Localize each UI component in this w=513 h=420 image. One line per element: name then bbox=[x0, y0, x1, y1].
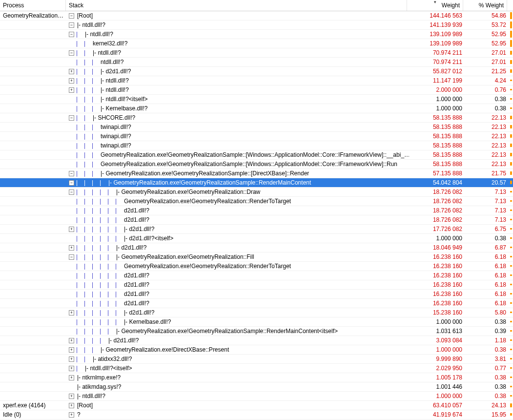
collapse-icon[interactable]: − bbox=[69, 115, 74, 121]
collapse-icon[interactable]: − bbox=[69, 50, 74, 56]
tree-row[interactable]: Idle (0)+?41.919 67415.95 bbox=[0, 410, 513, 420]
indent-guides: ||| bbox=[76, 141, 100, 150]
tree-row[interactable]: +||- ntdll.dll!?<itself>2.029 9500.77 bbox=[0, 364, 513, 373]
pweight-cell: 7.13 bbox=[465, 197, 509, 206]
tree-row[interactable]: xperf.exe (4164)+[Root]63.410 05724.13 bbox=[0, 401, 513, 410]
expand-icon[interactable]: + bbox=[69, 347, 74, 353]
tree-row[interactable]: ||||||d2d1.dll!?16.238 1606.18 bbox=[0, 271, 513, 280]
tree-row[interactable]: |||ntdll.dll!?70.974 21127.01 bbox=[0, 58, 513, 67]
process-cell bbox=[0, 225, 66, 233]
expand-icon[interactable]: + bbox=[69, 412, 74, 418]
collapse-icon[interactable]: − bbox=[69, 171, 74, 176]
tree-row[interactable]: −|||- SHCORE.dll!?58.135 88822.13 bbox=[0, 113, 513, 123]
tree-row[interactable]: −|||||- GeometryRealization.exe!Geometry… bbox=[0, 178, 513, 188]
column-header-pweight[interactable]: % Weight bbox=[463, 0, 507, 11]
tree-row[interactable]: |||twinapi.dll!?58.135 88822.13 bbox=[0, 132, 513, 141]
tree-row[interactable]: +|- ntkrnlmp.exe!?1.005 1780.38 bbox=[0, 373, 513, 382]
collapse-icon[interactable]: − bbox=[69, 180, 74, 186]
indent-guides: ||| bbox=[76, 85, 100, 94]
expand-icon[interactable]: + bbox=[69, 227, 74, 232]
stack-cell: ||||- Kernelbase.dll!? bbox=[66, 104, 409, 113]
weight-bar bbox=[510, 181, 512, 184]
tree-row[interactable]: |||twinapi.dll!?58.135 88822.13 bbox=[0, 123, 513, 132]
expand-icon[interactable]: + bbox=[69, 78, 74, 84]
tree-row[interactable]: ||||- ntdll.dll!?<itself>1.000 0000.38 bbox=[0, 95, 513, 104]
indent-guides: || bbox=[76, 48, 92, 57]
pweight-cell: 0.38 bbox=[465, 104, 509, 113]
process-cell bbox=[0, 76, 66, 85]
pweight-cell: 0.38 bbox=[465, 95, 509, 104]
stack-frame-label: [Root] bbox=[76, 401, 93, 410]
tree-row[interactable]: |- atikmdag.sys!?1.001 4460.38 bbox=[0, 382, 513, 392]
stack-frame-label: |- d2d1.dll!? bbox=[123, 225, 155, 233]
stack-frame-label: |- ntdll.dll!? bbox=[76, 392, 105, 400]
tree-row[interactable]: −||||||- GeometryRealization.exe!Geometr… bbox=[0, 252, 513, 262]
tree-row[interactable]: ||||||d2d1.dll!?18.726 0827.13 bbox=[0, 206, 513, 215]
tree-row[interactable]: +||||- d2d1.dll!?55.827 01221.25 bbox=[0, 67, 513, 76]
weight-bar-cell bbox=[509, 299, 513, 308]
stack-cell: −||||- GeometryRealization.exe!GeometryR… bbox=[66, 169, 409, 178]
stack-cell: +||||- d2d1.dll!? bbox=[66, 67, 409, 76]
tree-row[interactable]: +||||- ntdll.dll!?11.147 1994.24 bbox=[0, 76, 513, 85]
pweight-cell: 6.18 bbox=[465, 262, 509, 271]
collapse-icon[interactable]: − bbox=[69, 13, 74, 19]
expand-icon[interactable]: + bbox=[69, 87, 74, 93]
tree-row[interactable]: ||kernel32.dll!?139.109 98952.95 bbox=[0, 39, 513, 48]
tree-row[interactable]: +||||||- d2d1.dll!?18.046 9496.87 bbox=[0, 243, 513, 252]
tree-row[interactable]: +||||- GeometryRealization.exe!DirectXBa… bbox=[0, 345, 513, 355]
tree-row[interactable]: ||||- Kernelbase.dll!?1.000 0000.38 bbox=[0, 104, 513, 113]
expand-icon[interactable]: + bbox=[69, 69, 74, 74]
expand-icon[interactable]: + bbox=[69, 338, 74, 343]
process-cell bbox=[0, 215, 66, 224]
tree-row[interactable]: −||- ntdll.dll!?139.109 98952.95 bbox=[0, 30, 513, 39]
tree-row[interactable]: +|||||||- d2d1.dll!?17.726 0826.75 bbox=[0, 225, 513, 234]
indent-guides: ||| bbox=[76, 345, 100, 354]
collapse-icon[interactable]: − bbox=[69, 22, 74, 28]
pweight-cell: 0.38 bbox=[465, 373, 509, 382]
tree-row[interactable]: ||||||d2d1.dll!?16.238 1606.18 bbox=[0, 299, 513, 308]
tree-row[interactable]: −||||||- GeometryRealization.exe!Geometr… bbox=[0, 188, 513, 197]
column-header-process[interactable]: Process bbox=[0, 0, 66, 11]
tree-row[interactable]: |||twinapi.dll!?58.135 88822.13 bbox=[0, 141, 513, 150]
tree-row[interactable]: +|- ntdll.dll!?1.000 0000.38 bbox=[0, 392, 513, 401]
weight-bar bbox=[510, 134, 512, 138]
process-cell bbox=[0, 271, 66, 280]
expand-icon[interactable]: + bbox=[69, 245, 74, 251]
tree-row[interactable]: |||||||- Kernelbase.dll!?1.000 0000.38 bbox=[0, 317, 513, 327]
expand-icon[interactable]: + bbox=[69, 366, 74, 371]
tree-row[interactable]: ||||||d2d1.dll!?16.238 1606.18 bbox=[0, 280, 513, 290]
tree-row[interactable]: ||||||d2d1.dll!?18.726 0827.13 bbox=[0, 215, 513, 225]
tree-row[interactable]: +|||||- d2d1.dll!?3.093 0841.18 bbox=[0, 336, 513, 345]
weight-bar-cell bbox=[509, 252, 513, 261]
tree-row[interactable]: ||||||d2d1.dll!?16.238 1606.18 bbox=[0, 290, 513, 299]
tree-row[interactable]: ||||||- GeometryRealization.exe!Geometry… bbox=[0, 327, 513, 336]
collapse-icon[interactable]: − bbox=[69, 254, 74, 260]
tree-row[interactable]: +||||- ntdll.dll!?2.000 0000.76 bbox=[0, 85, 513, 95]
column-header-weight[interactable]: ▾ Weight bbox=[407, 0, 463, 11]
tree-row[interactable]: GeometryRealization…−[Root]144.146 56354… bbox=[0, 11, 513, 21]
stack-cell: −|- ntdll.dll!? bbox=[66, 21, 409, 29]
tree-row[interactable]: ||||||GeometryRealization.exe!GeometryRe… bbox=[0, 197, 513, 206]
process-cell bbox=[0, 252, 66, 261]
collapse-icon[interactable]: − bbox=[69, 32, 74, 37]
tree-row[interactable]: |||GeometryRealization.exe!GeometryReali… bbox=[0, 150, 513, 160]
tree-row[interactable]: |||GeometryRealization.exe!GeometryReali… bbox=[0, 160, 513, 169]
expand-icon[interactable]: + bbox=[69, 394, 74, 399]
weight-bar-cell bbox=[509, 48, 513, 57]
expand-icon[interactable]: + bbox=[69, 375, 74, 380]
process-cell bbox=[0, 85, 66, 94]
tree-row[interactable]: −||||- GeometryRealization.exe!GeometryR… bbox=[0, 169, 513, 178]
expand-icon[interactable]: + bbox=[69, 357, 74, 362]
tree-row[interactable]: +|||||||- d2d1.dll!?15.238 1605.80 bbox=[0, 308, 513, 317]
tree-row[interactable]: ||||||GeometryRealization.exe!GeometryRe… bbox=[0, 262, 513, 271]
tree-row[interactable]: −|||- ntdll.dll!?70.974 21127.01 bbox=[0, 48, 513, 58]
tree-row[interactable]: |||||||- d2d1.dll!?<itself>1.000 0000.38 bbox=[0, 234, 513, 243]
collapse-icon[interactable]: − bbox=[69, 189, 74, 195]
weight-cell: 18.726 082 bbox=[409, 215, 465, 224]
expand-icon[interactable]: + bbox=[69, 403, 74, 408]
tree-row[interactable]: +|||- atidxx32.dll!?9.999 8903.81 bbox=[0, 355, 513, 364]
column-header-stack[interactable]: Stack bbox=[66, 0, 407, 11]
tree-row[interactable]: −|- ntdll.dll!?141.139 93953.72 bbox=[0, 21, 513, 30]
expand-icon[interactable]: + bbox=[69, 310, 74, 315]
stack-frame-label: |- ntdll.dll!? bbox=[100, 76, 129, 85]
